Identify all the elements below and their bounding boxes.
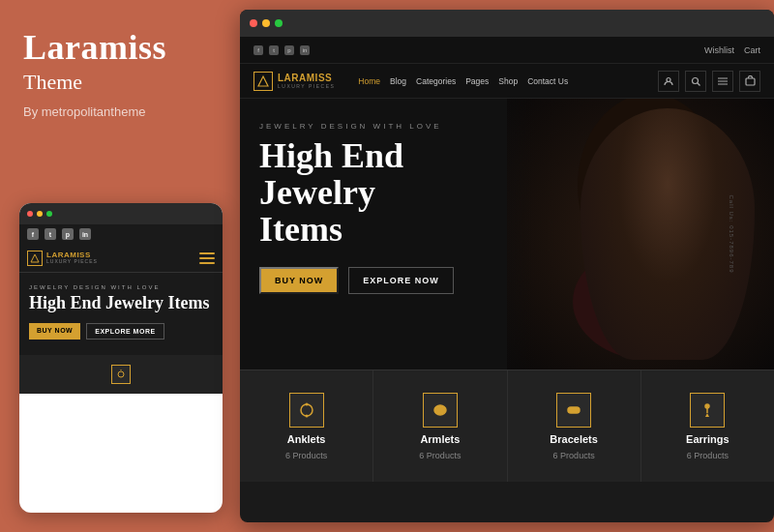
desktop-mockup: f t p in Wishlist Cart LARAMISS LUXURY P… [240, 10, 774, 522]
utility-social-icons: f t p in [253, 45, 310, 55]
mobile-logo-text: LARAMISS LUXURY PIECES [46, 251, 98, 264]
svg-point-28 [301, 404, 313, 416]
desktop-main-nav: LARAMISS LUXURY PIECES Home Blog Categor… [240, 64, 774, 99]
mobile-logo-icon [27, 251, 43, 266]
browser-dot-red [250, 19, 257, 27]
svg-point-1 [118, 371, 124, 377]
svg-point-24 [686, 207, 692, 213]
linkedin-icon: in [79, 228, 91, 240]
category-armlets[interactable]: Armlets 6 Products [373, 370, 507, 482]
hero-image [507, 99, 774, 369]
armlets-icon-box [423, 393, 458, 428]
bracelets-name: Bracelets [550, 433, 598, 445]
svg-point-5 [693, 77, 699, 83]
mobile-hamburger-icon[interactable] [199, 252, 215, 264]
hero-buy-now-button[interactable]: BUY NOW [259, 267, 339, 294]
svg-point-19 [667, 144, 672, 150]
category-anklets[interactable]: Anklets 6 Products [240, 370, 373, 482]
facebook-icon: f [27, 228, 39, 240]
dot-yellow [37, 211, 43, 217]
desktop-facebook-icon[interactable]: f [253, 45, 263, 55]
nav-link-categories[interactable]: Categories [416, 76, 456, 86]
mobile-category-strip [19, 355, 223, 394]
mobile-nav: LARAMISS LUXURY PIECES [19, 244, 223, 273]
svg-marker-0 [31, 254, 39, 262]
svg-point-16 [654, 191, 670, 200]
svg-point-23 [647, 158, 653, 163]
mobile-top-bar [19, 203, 223, 224]
nav-link-pages[interactable]: Pages [465, 76, 489, 86]
svg-point-29 [305, 402, 308, 405]
desktop-utility-bar: f t p in Wishlist Cart [240, 37, 774, 64]
svg-point-36 [705, 404, 709, 408]
mobile-explore-button[interactable]: EXPLORE MORE [86, 323, 164, 340]
browser-dot-green [275, 19, 283, 27]
svg-marker-3 [258, 76, 268, 86]
account-icon[interactable] [658, 71, 679, 92]
twitter-icon: t [45, 228, 56, 240]
dot-green [46, 211, 52, 217]
desktop-logo-icon [253, 72, 273, 91]
svg-point-27 [639, 218, 662, 227]
mobile-hero-eyebrow: JEWELRY DESIGN WITH LOVE [29, 284, 213, 290]
utility-nav-right: Wishlist Cart [704, 45, 760, 55]
mobile-hero: JEWELRY DESIGN WITH LOVE High End Jewelr… [19, 273, 223, 355]
brand-subtitle: Theme [23, 70, 217, 95]
desktop-nav-icons [658, 71, 760, 92]
dot-red [27, 211, 33, 217]
anklets-count: 6 Products [285, 451, 327, 460]
svg-point-20 [615, 157, 620, 162]
svg-point-12 [578, 99, 723, 278]
desktop-logo: LARAMISS LUXURY PIECES [253, 72, 335, 91]
desktop-linkedin-icon[interactable]: in [300, 45, 310, 55]
hero-eyebrow: JEWELRY DESIGN WITH LOVE [259, 122, 515, 131]
categories-section: Anklets 6 Products Armlets 6 Products [240, 369, 774, 482]
wishlist-link[interactable]: Wishlist [704, 45, 734, 55]
hero-buttons: BUY NOW EXPLORE NOW [259, 267, 515, 294]
category-bracelets[interactable]: Bracelets 6 Products [508, 370, 641, 482]
browser-dot-yellow [262, 19, 270, 27]
earrings-icon-box [690, 393, 725, 428]
desktop-logo-text: LARAMISS LUXURY PIECES [278, 73, 335, 89]
svg-point-18 [628, 144, 634, 150]
category-earrings[interactable]: Earrings 6 Products [641, 370, 774, 482]
armlets-count: 6 Products [419, 451, 461, 460]
svg-point-17 [646, 135, 654, 143]
earrings-name: Earrings [686, 433, 729, 445]
svg-point-13 [604, 133, 697, 249]
hero-vertical-text: Call Us: 015-7896-789 [728, 194, 733, 273]
armlets-name: Armlets [420, 433, 460, 445]
nav-link-shop[interactable]: Shop [498, 76, 518, 86]
search-icon[interactable] [685, 71, 706, 92]
hero-explore-button[interactable]: EXPLORE NOW [348, 267, 454, 294]
desktop-hero: Facebook JEWELRY DESIGN WITH LOVE High E… [240, 99, 774, 369]
desktop-twitter-icon[interactable]: t [269, 45, 279, 55]
cart-link[interactable]: Cart [744, 45, 760, 55]
svg-line-6 [698, 83, 700, 86]
cart-icon[interactable] [739, 71, 760, 92]
nav-link-home[interactable]: Home [358, 76, 380, 86]
anklets-icon-box [289, 393, 324, 428]
svg-point-26 [685, 223, 693, 231]
svg-point-15 [631, 191, 646, 200]
hero-title: High End Jewelry Items [259, 138, 515, 248]
svg-point-30 [305, 414, 308, 417]
mobile-mockup: f t p in LARAMISS LUXURY PIECES [19, 203, 223, 513]
mobile-hero-buttons: BUY NOW EXPLORE MORE [29, 323, 213, 340]
svg-point-21 [681, 157, 686, 162]
nav-link-contact[interactable]: Contact Us [527, 76, 568, 86]
menu-icon[interactable] [712, 71, 733, 92]
anklets-name: Anklets [287, 433, 326, 445]
desktop-nav-links: Home Blog Categories Pages Shop Contact … [358, 76, 644, 86]
svg-rect-11 [507, 99, 774, 369]
svg-marker-38 [705, 413, 709, 417]
left-panel: Laramiss Theme By metropolitantheme f t … [0, 0, 240, 532]
mobile-logo: LARAMISS LUXURY PIECES [27, 251, 98, 266]
mobile-buy-now-button[interactable]: BUY NOW [29, 323, 80, 340]
nav-link-blog[interactable]: Blog [390, 76, 406, 86]
brand-title: Laramiss [23, 29, 217, 68]
earrings-count: 6 Products [687, 451, 729, 460]
svg-point-14 [573, 244, 728, 360]
desktop-pinterest-icon[interactable]: p [284, 45, 294, 55]
desktop-browser-bar [240, 10, 774, 37]
